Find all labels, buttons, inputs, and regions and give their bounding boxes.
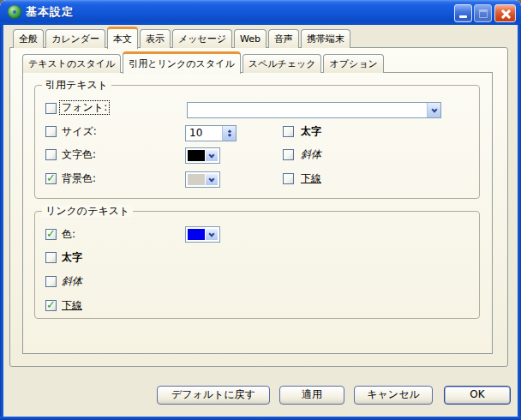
link-color-dropdown-button[interactable]	[206, 229, 218, 240]
app-icon	[8, 5, 21, 19]
window-frame-left	[0, 25, 3, 420]
ok-button[interactable]: OK	[444, 386, 511, 405]
maximize-button	[474, 4, 492, 22]
tab-audio[interactable]: 音声	[268, 29, 299, 48]
cancel-button[interactable]: キャンセル	[354, 386, 433, 405]
link-text-group: リンクのテキスト	[34, 211, 480, 319]
reset-defaults-button[interactable]: デフォルトに戻す	[157, 386, 270, 405]
link-bold-label[interactable]: 太字	[62, 251, 82, 264]
tab-display[interactable]: 表示	[140, 29, 171, 48]
link-bold-checkbox[interactable]	[45, 252, 57, 263]
subtab-text-style[interactable]: テキストのスタイル	[22, 54, 121, 73]
text-color-dropdown[interactable]	[185, 147, 220, 164]
quote-bold-checkbox[interactable]	[283, 126, 294, 137]
text-color-checkbox[interactable]	[45, 149, 57, 160]
text-color-swatch	[188, 150, 205, 161]
check-icon: ✓	[46, 171, 56, 184]
chevron-down-icon	[208, 176, 214, 182]
size-spinner[interactable]: 10	[185, 125, 237, 141]
quote-italic-label[interactable]: 斜体	[301, 148, 321, 161]
quote-italic-checkbox[interactable]	[283, 149, 294, 160]
font-combobox[interactable]	[187, 102, 441, 118]
subtab-options[interactable]: オプション	[323, 54, 383, 73]
close-button[interactable]	[494, 4, 516, 22]
bg-color-checkbox[interactable]: ✓	[45, 173, 57, 184]
minimize-icon	[459, 15, 467, 18]
bg-color-label[interactable]: 背景色:	[62, 172, 96, 185]
preferences-dialog: 基本設定 全般 カレンダー 本文 表示 メッセージ Web 音声 携帯端末 テキ…	[0, 0, 521, 420]
quote-underline-label[interactable]: 下線	[301, 172, 321, 185]
check-icon: ✓	[46, 298, 56, 311]
text-color-label[interactable]: 文字色:	[62, 148, 96, 161]
font-dropdown-button[interactable]	[427, 103, 440, 117]
window-frame-bottom	[0, 417, 521, 420]
chevron-down-icon	[208, 152, 214, 158]
tab-calendar[interactable]: カレンダー	[45, 29, 105, 48]
chevron-down-icon	[227, 133, 231, 136]
link-color-swatch	[188, 229, 205, 240]
font-checkbox[interactable]	[45, 103, 57, 114]
link-underline-checkbox[interactable]: ✓	[45, 300, 57, 311]
size-spinner-value: 10	[189, 127, 202, 140]
titlebar[interactable]: 基本設定	[0, 0, 521, 25]
sub-tab-strip: テキストのスタイル 引用とリンクのスタイル スペルチェック オプション	[22, 50, 384, 72]
chevron-down-icon	[431, 106, 437, 112]
tab-general[interactable]: 全般	[13, 29, 44, 48]
link-text-group-title: リンクのテキスト	[42, 205, 133, 217]
size-label[interactable]: サイズ:	[62, 125, 97, 138]
minimize-button[interactable]	[454, 4, 472, 22]
quote-text-group-title: 引用テキスト	[42, 79, 111, 91]
subtab-spellcheck[interactable]: スペルチェック	[243, 54, 322, 73]
chevron-down-icon	[208, 231, 214, 237]
subtab-quote-link-style[interactable]: 引用とリンクのスタイル	[123, 51, 240, 74]
tab-web[interactable]: Web	[234, 29, 266, 48]
link-underline-label[interactable]: 下線	[62, 299, 82, 312]
bg-color-swatch	[188, 174, 205, 185]
link-color-label[interactable]: 色:	[62, 228, 75, 241]
size-checkbox[interactable]	[45, 126, 57, 137]
spinner-down-button[interactable]	[223, 134, 236, 141]
bg-color-dropdown-button[interactable]	[206, 174, 218, 185]
link-italic-label[interactable]: 斜体	[62, 275, 82, 288]
tab-message[interactable]: メッセージ	[172, 29, 232, 48]
window-frame-right	[518, 25, 521, 420]
maximize-icon	[479, 9, 488, 18]
link-color-checkbox[interactable]: ✓	[45, 229, 57, 240]
text-color-dropdown-button[interactable]	[206, 150, 218, 161]
check-icon: ✓	[46, 227, 56, 240]
size-spinner-buttons	[222, 126, 236, 141]
apply-button[interactable]: 適用	[279, 386, 344, 405]
quote-underline-checkbox[interactable]	[283, 173, 294, 184]
link-italic-checkbox[interactable]	[45, 276, 57, 287]
quote-bold-label[interactable]: 太字	[301, 125, 321, 138]
tab-mobile[interactable]: 携帯端末	[301, 29, 350, 48]
bg-color-dropdown[interactable]	[185, 171, 220, 188]
link-color-dropdown[interactable]	[185, 226, 220, 243]
window-title: 基本設定	[26, 4, 74, 20]
main-tab-strip: 全般 カレンダー 本文 表示 メッセージ Web 音声 携帯端末	[13, 25, 350, 47]
tab-body-text[interactable]: 本文	[107, 27, 138, 49]
font-label[interactable]: フォント:	[60, 101, 109, 114]
